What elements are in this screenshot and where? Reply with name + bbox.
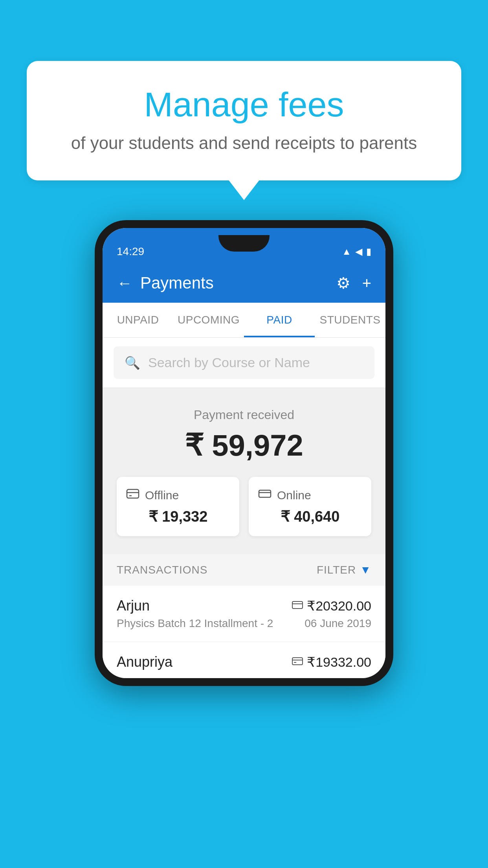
background: Manage fees of your students and send re… <box>0 0 488 868</box>
svg-rect-0 <box>127 489 139 498</box>
phone-frame: 14:29 ▲ ◀ ▮ ← Payments ⚙ + <box>95 220 393 686</box>
transaction-bottom: Physics Batch 12 Installment - 2 06 June… <box>117 617 371 630</box>
transactions-header: TRANSACTIONS FILTER ▼ <box>103 554 385 586</box>
filter-button[interactable]: FILTER ▼ <box>317 564 371 576</box>
online-card: Online ₹ 40,640 <box>249 477 371 536</box>
header-title: Payments <box>140 274 214 292</box>
offline-card: Offline ₹ 19,332 <box>117 477 239 536</box>
online-label: Online <box>277 489 311 502</box>
status-bar <box>103 228 385 240</box>
online-card-header: Online <box>258 488 362 502</box>
transaction-amount-2: ₹19332.00 <box>307 654 371 670</box>
phone-notch <box>218 235 270 252</box>
offline-card-header: Offline <box>126 488 230 502</box>
speech-bubble-container: Manage fees of your students and send re… <box>27 61 461 180</box>
tab-students[interactable]: STUDENTS <box>315 303 385 337</box>
header-left: ← Payments <box>117 274 214 292</box>
payment-summary: Payment received ₹ 59,972 Offline ₹ 19,3… <box>103 388 385 554</box>
transaction-name-2: Anupriya <box>117 654 172 670</box>
wifi-icon: ▲ <box>342 246 351 257</box>
search-icon: 🔍 <box>125 355 140 370</box>
search-placeholder: Search by Course or Name <box>148 355 310 370</box>
phone-screen: 14:29 ▲ ◀ ▮ ← Payments ⚙ + <box>103 228 385 678</box>
transaction-payment-icon <box>292 600 303 612</box>
back-button[interactable]: ← <box>117 274 132 292</box>
payment-received-label: Payment received <box>117 408 371 422</box>
tabs-container: UNPAID UPCOMING PAID STUDENTS <box>103 303 385 338</box>
offline-amount: ₹ 19,332 <box>126 508 230 525</box>
header-right: ⚙ + <box>336 274 371 292</box>
search-container: 🔍 Search by Course or Name <box>103 338 385 388</box>
online-amount: ₹ 40,640 <box>258 508 362 525</box>
offline-icon <box>126 488 139 502</box>
online-icon <box>258 488 272 502</box>
transaction-payment-icon-2 <box>292 656 303 668</box>
search-bar[interactable]: 🔍 Search by Course or Name <box>114 346 374 379</box>
transaction-date: 06 June 2019 <box>305 617 371 630</box>
transaction-course: Physics Batch 12 Installment - 2 <box>117 617 273 630</box>
svg-rect-7 <box>292 658 303 665</box>
svg-rect-5 <box>292 601 303 609</box>
transaction-row-partial[interactable]: Anupriya ₹19332.00 <box>103 642 385 678</box>
transaction-amount: ₹20320.00 <box>307 598 371 614</box>
tab-upcoming[interactable]: UPCOMING <box>173 303 244 337</box>
payment-total-amount: ₹ 59,972 <box>117 428 371 463</box>
svg-rect-3 <box>259 490 271 497</box>
settings-icon[interactable]: ⚙ <box>336 274 350 292</box>
transaction-name: Arjun <box>117 598 150 614</box>
tab-unpaid[interactable]: UNPAID <box>103 303 173 337</box>
offline-label: Offline <box>145 489 179 502</box>
filter-label: FILTER <box>317 564 356 576</box>
battery-icon: ▮ <box>366 246 371 257</box>
filter-icon: ▼ <box>360 564 371 576</box>
payment-cards-row: Offline ₹ 19,332 Online ₹ 40,640 <box>117 477 371 540</box>
tab-paid[interactable]: PAID <box>244 303 315 337</box>
transaction-amount-wrap: ₹20320.00 <box>292 598 371 614</box>
add-icon[interactable]: + <box>362 274 371 292</box>
status-icons: ▲ ◀ ▮ <box>342 246 371 257</box>
signal-icon: ◀ <box>355 246 362 257</box>
transaction-amount-wrap-2: ₹19332.00 <box>292 654 371 670</box>
speech-bubble-heading: Manage fees <box>58 85 430 125</box>
transaction-top: Arjun ₹20320.00 <box>117 598 371 614</box>
transaction-row[interactable]: Arjun ₹20320.00 Physics Batch 12 Install… <box>103 586 385 642</box>
status-time: 14:29 <box>117 245 144 258</box>
speech-bubble-subtext: of your students and send receipts to pa… <box>58 133 430 153</box>
transaction-top-partial: Anupriya ₹19332.00 <box>117 654 371 670</box>
transactions-label: TRANSACTIONS <box>117 564 207 576</box>
app-header: ← Payments ⚙ + <box>103 263 385 303</box>
speech-bubble: Manage fees of your students and send re… <box>27 61 461 180</box>
